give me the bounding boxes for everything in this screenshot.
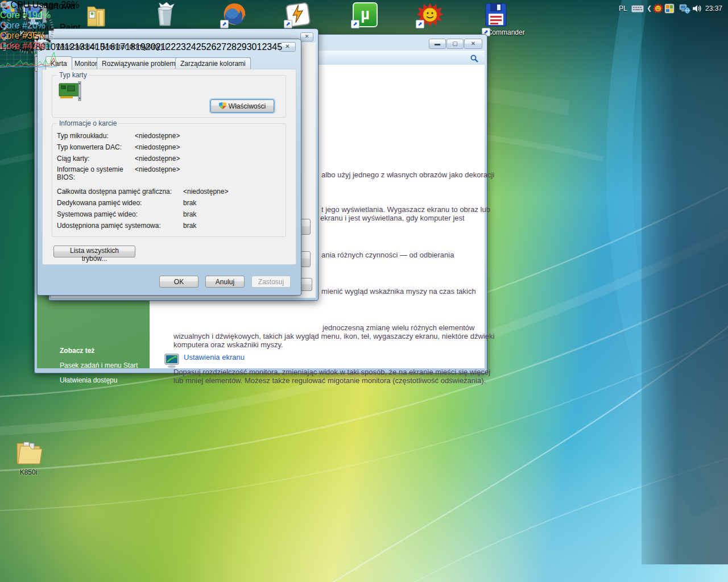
calendar-day-cell: 26	[206, 42, 217, 52]
memory-value: <niedostępne>	[183, 188, 228, 196]
memory-value: brak	[183, 199, 196, 207]
cpu-core-value: 94%	[32, 10, 51, 20]
cpu-core-value: 0%	[32, 20, 46, 30]
minimize-button[interactable]: ▬	[429, 39, 446, 49]
see-also-item-taskbar-start[interactable]: Pasek zadań i menu Start	[60, 361, 138, 369]
adapter-properties-button-label: Właściwości	[229, 102, 266, 110]
cpu-core-label: Core #2	[0, 20, 32, 30]
desktop-icon-label: Total Commander	[490, 28, 525, 36]
language-indicator[interactable]: PL	[619, 5, 627, 13]
desktop-icon-k850i[interactable]: K850i	[10, 438, 47, 476]
info-value: <niedostępne>	[135, 165, 180, 173]
cpu-core-rows: Core #194%Core #20%Core #36%Core #42%	[0, 10, 79, 51]
cancel-button[interactable]: Anuluj	[205, 276, 245, 288]
desktop-icon-label: K850i	[10, 468, 47, 476]
cpu-core-value: 2%	[32, 41, 46, 51]
info-value: <niedostępne>	[135, 132, 180, 140]
cpu-usage-gadget[interactable]: CPU Usage 26% Core #194%Core #20%Core #3…	[0, 0, 79, 70]
cpu-core-row: Core #194%	[0, 10, 79, 20]
calendar-day-cell: 5	[277, 42, 282, 52]
tab-page: Typ karty Właściwości Informacje o karci…	[42, 69, 296, 265]
desktop-icon-utorrent[interactable]: µ ⬈	[350, 1, 380, 28]
shortcut-arrow-icon: ⬈	[416, 20, 424, 28]
calendar-day-cell: 17	[115, 42, 125, 52]
calendar-day-cell: 4	[272, 42, 277, 52]
network-icon[interactable]	[679, 3, 690, 14]
calendar-day-cell: 20	[146, 42, 156, 52]
calendar-day-cell: 29	[237, 42, 247, 52]
adapter-info-group: Informacje o karcie Typ mikroukładu: <ni…	[52, 123, 286, 237]
cpu-chip-icon	[0, 2, 8, 8]
info-value: <niedostępne>	[135, 143, 180, 151]
info-label: Ciąg karty:	[57, 155, 134, 163]
keyboard-icon[interactable]	[631, 5, 644, 13]
apply-button[interactable]: Zastosuj	[251, 276, 291, 288]
cpu-core-label: Core #3	[0, 31, 32, 40]
info-label: Typ konwertera DAC:	[57, 143, 134, 151]
cpu-history-graph	[0, 51, 79, 70]
memory-label: Całkowita dostępna pamięć graficzna:	[57, 188, 182, 196]
calendar-day-cell: 30	[247, 42, 257, 52]
uac-shield-icon	[219, 102, 226, 110]
calendar-day-cell: 24	[186, 42, 196, 52]
windows-sidebar	[642, 0, 728, 564]
see-also-header: Zobacz też	[60, 347, 94, 355]
graphics-card-icon	[58, 81, 84, 102]
calendar-day-cell: 21	[156, 42, 166, 52]
see-also-item-ease-of-access[interactable]: Ułatwienia dostępu	[60, 376, 117, 384]
calendar-day-cell: 15	[95, 42, 105, 52]
display-settings-desc-line1: Dopasuj rozdzielczość monitora, zmieniaj…	[173, 368, 490, 376]
info-label: Informacje o systemie BIOS:	[57, 165, 131, 181]
close-button[interactable]: ✕	[300, 32, 313, 41]
memory-label: Systemowa pamięć wideo:	[57, 210, 182, 218]
calendar-day-cell: 28	[226, 42, 237, 52]
cpu-core-value: 6%	[32, 31, 46, 40]
search-icon[interactable]	[470, 55, 478, 63]
info-label: Typ mikroukładu:	[57, 132, 134, 140]
cpu-total-value: 26%	[61, 0, 79, 10]
desktop-icon-winamp[interactable]: ⬈	[283, 1, 313, 28]
volume-icon[interactable]	[693, 4, 702, 13]
calendar-day-cell: 25	[196, 42, 206, 52]
cpu-gadget-title: CPU Usage	[10, 0, 58, 10]
calendar-day-cell: 19	[135, 42, 146, 52]
adapter-properties-button[interactable]: Właściwości	[210, 99, 274, 113]
cpu-core-row: Core #42%	[0, 41, 79, 51]
desktop-icon-sun-app[interactable]: ⬈	[415, 1, 445, 28]
desktop-icon-total-commander[interactable]: Total Commander ⬈	[481, 1, 538, 36]
tray-collapse-chevron[interactable]: ❮	[647, 5, 652, 12]
screensaver-desc-line2: ekranu i jest wyświetlana, gdy komputer …	[320, 214, 465, 222]
theme-desc-line2: wizualnych i dźwiękowych, takich jak wyg…	[173, 332, 494, 340]
memory-label: Dedykowana pamięć wideo:	[57, 199, 182, 207]
tray-app-icon[interactable]	[664, 3, 675, 14]
shortcut-arrow-icon: ⬈	[351, 20, 359, 28]
display-settings-icon[interactable]	[164, 354, 180, 368]
close-button[interactable]: ✕	[464, 39, 482, 49]
tray-sun-icon[interactable]	[653, 3, 663, 14]
adapter-info-label: Informacje o karcie	[57, 119, 119, 127]
adapter-type-label: Typ karty	[57, 71, 89, 79]
shortcut-arrow-icon: ⬈	[284, 20, 292, 28]
memory-value: brak	[183, 222, 196, 230]
list-all-modes-button[interactable]: Lista wszystkich trybów...	[53, 246, 135, 257]
ok-button[interactable]: OK	[159, 276, 198, 288]
maximize-button[interactable]: ▢	[446, 39, 464, 49]
memory-value: brak	[183, 210, 196, 218]
cpu-graph-lines	[0, 51, 57, 68]
calendar-day-cell: 2	[262, 42, 267, 52]
tray-clock[interactable]: 23:37	[705, 5, 722, 13]
adapter-type-group: Typ karty Właściwości	[52, 75, 286, 118]
cpu-core-label: Core #1	[0, 10, 32, 20]
screensaver-desc-line1: t jego wyświetlania. Wygaszacz ekranu to…	[321, 205, 490, 214]
calendar-day-cell: 16	[105, 42, 115, 52]
calendar-day-cell: 3	[267, 42, 272, 52]
calendar-day-cell: 23	[176, 42, 186, 52]
display-settings-link[interactable]: Ustawienia ekranu	[184, 353, 245, 361]
display-settings-desc-line2: lub mniej elementów. Możesz także regulo…	[173, 376, 486, 385]
k850i-folder-icon	[13, 438, 44, 466]
total-commander-icon	[481, 1, 511, 28]
sounds-desc: ania różnych czynności — od odbierania	[321, 251, 454, 259]
calendar-day-cell: 22	[166, 42, 176, 52]
desktop-background-desc: albo użyj jednego z własnych obrazów jak…	[321, 171, 494, 179]
tab-color-management[interactable]: Zarządzanie kolorami	[175, 57, 251, 69]
